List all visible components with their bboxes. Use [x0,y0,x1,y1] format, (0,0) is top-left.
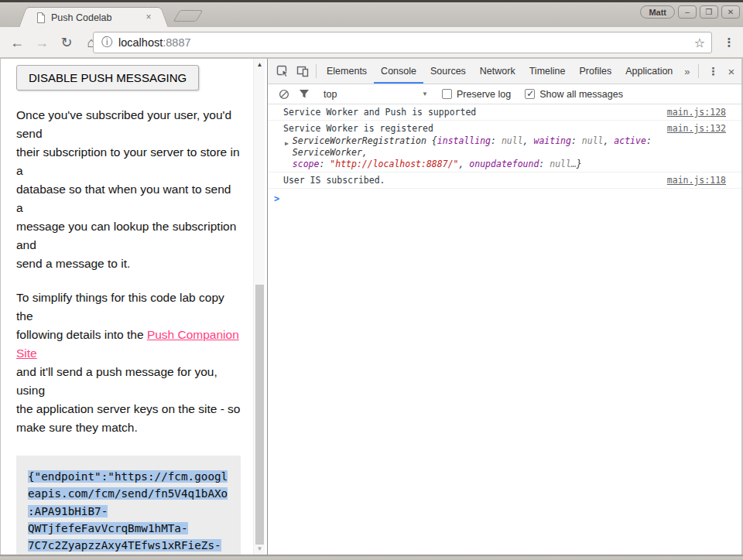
preserve-log-label: Preserve log [457,89,511,100]
console-message-text: User IS subscribed. [283,175,658,186]
window-controls: Matt – ❒ ✕ [640,5,740,19]
disable-push-button[interactable]: DISABLE PUSH MESSAGING [16,65,199,90]
token-key: waiting [533,135,570,146]
devtools-tab-application[interactable]: Application [618,59,680,84]
scroll-up-icon[interactable]: ▲ [254,59,265,70]
prompt-chevron-icon: > [274,193,279,204]
code-line: {"endpoint":"https://fcm.googl [28,470,228,483]
browser-window: Matt – ❒ ✕ Push Codelab × ← → ↻ ⌂ ⓘ loca… [0,0,743,560]
bookmark-star-icon[interactable]: ☆ [694,36,705,50]
token-null: null [582,135,604,146]
reload-icon[interactable]: ↻ [57,33,76,52]
console-log: Service Worker and Push is supportedmain… [268,104,741,555]
inspect-element-icon[interactable] [272,62,293,80]
token-key: onupdatefound [469,159,539,169]
page-scrollbar[interactable]: ▲ ▼ [253,59,265,555]
devtools-panel: ElementsConsoleSourcesNetworkTimelinePro… [267,59,741,555]
show-all-messages-checkbox[interactable] [525,89,535,99]
window-bottom-border [0,555,743,560]
paragraph-companion: To simplify things for this code lab cop… [16,289,241,437]
console-prompt[interactable]: > [268,189,741,204]
token-plain: : [571,135,582,146]
more-tabs-icon[interactable]: » [680,66,694,77]
code-line: QWTjfefeFavVcrqBmw1hMTa- [28,522,188,534]
token-plain: : [539,159,550,169]
preserve-log-toggle[interactable]: Preserve log [442,89,511,100]
web-page-pane: DISABLE PUSH MESSAGING Once you've subsc… [1,59,267,555]
token-plain: { [432,135,437,146]
console-message-text: Service Worker is registered [283,123,658,135]
devtools-tab-elements[interactable]: Elements [320,59,374,84]
token-null: null [502,135,523,146]
execution-context-selector[interactable]: top ▼ [324,89,428,100]
devtools-close-icon[interactable]: × [725,65,741,78]
devtools-tab-timeline[interactable]: Timeline [522,59,573,84]
page-content: DISABLE PUSH MESSAGING Once you've subsc… [1,59,253,555]
token-plain: : [491,135,502,146]
back-icon[interactable]: ← [8,33,26,52]
devtools-tab-network[interactable]: Network [473,59,522,84]
token-obj: ServiceWorkerRegistration [293,135,432,146]
devtools-tabbar-right: » ⋮ × [680,64,741,78]
code-line: eapis.com/fcm/send/fn5V4q1bAXo [28,487,228,500]
maximize-button[interactable]: ❒ [700,5,718,19]
tab-close-icon[interactable]: × [143,12,154,23]
device-toolbar-icon[interactable] [293,62,313,80]
console-source-link[interactable]: main.js:128 [667,107,726,118]
devtools-tab-console[interactable]: Console [374,59,423,84]
subscription-code-block: {"endpoint":"https://fcm.googl eapis.com… [16,456,241,555]
token-key: active [614,135,646,146]
code-block-pre[interactable]: {"endpoint":"https://fcm.googl eapis.com… [28,468,229,555]
scrollbar-thumb[interactable] [255,285,264,545]
token-null: null… [550,159,577,169]
navigation-toolbar: ← → ↻ ⌂ ⓘ localhost:8887 ☆ ⋮ [0,27,743,58]
token-plain: , [603,135,614,146]
token-plain: } [577,159,582,169]
content-area: DISABLE PUSH MESSAGING Once you've subsc… [1,59,741,555]
address-bar[interactable]: ⓘ localhost:8887 ☆ [93,32,712,53]
object-preview-lines: ServiceWorkerRegistration {installing: n… [293,135,726,170]
token-plain: , [362,147,368,158]
console-message: Service Worker is registeredmain.js:132▶… [268,121,741,172]
show-all-messages-toggle[interactable]: Show all messages [525,89,623,100]
chevron-down-icon: ▼ [422,90,428,97]
console-source-link[interactable]: main.js:118 [667,175,726,186]
show-all-messages-label: Show all messages [539,89,623,100]
devtools-tab-profiles[interactable]: Profiles [572,59,618,84]
expand-arrow-icon[interactable]: ▶ [283,135,293,170]
page-favicon-icon [36,12,46,23]
scroll-down-icon[interactable]: ▼ [254,543,265,555]
devtools-menu-icon[interactable]: ⋮ [702,65,725,77]
console-message-text: Service Worker and Push is supported [283,107,658,118]
console-source-link[interactable]: main.js:132 [667,123,726,135]
url-text: localhost:8887 [118,36,191,49]
devtools-tab-sources[interactable]: Sources [423,59,473,84]
filter-icon[interactable] [294,85,314,104]
new-tab-button[interactable] [173,10,204,22]
devtools-tabbar: ElementsConsoleSourcesNetworkTimelinePro… [268,59,741,84]
token-obj: ServiceWorker [293,147,362,158]
toolbar-divider [316,64,317,78]
url-host: localhost [118,36,163,49]
paragraph-companion-after: and it'll send a push message for you, u… [16,365,240,434]
token-plain: : [319,159,330,169]
object-preview[interactable]: ▶ServiceWorkerRegistration {installing: … [283,135,726,170]
clear-console-icon[interactable] [274,85,294,104]
minimize-button[interactable]: – [678,5,697,19]
devtools-tabs: ElementsConsoleSourcesNetworkTimelinePro… [320,59,680,84]
close-button[interactable]: ✕ [721,5,740,19]
token-plain: , [458,159,469,169]
console-message: Service Worker and Push is supportedmain… [268,104,741,121]
browser-tab[interactable]: Push Codelab × [29,7,159,27]
token-str: "http://localhost:8887/" [330,159,458,169]
tab-title: Push Codelab [51,12,143,23]
token-plain: : [646,135,652,146]
token-plain: , [523,135,534,146]
page-info-icon[interactable]: ⓘ [101,36,112,50]
profile-button[interactable]: Matt [640,5,675,19]
preserve-log-checkbox[interactable] [442,89,452,99]
chrome-menu-icon[interactable]: ⋮ [720,33,738,52]
console-message: User IS subscribed.main.js:118 [268,172,741,189]
token-key: installing [437,135,491,146]
token-key: scope [293,159,320,169]
